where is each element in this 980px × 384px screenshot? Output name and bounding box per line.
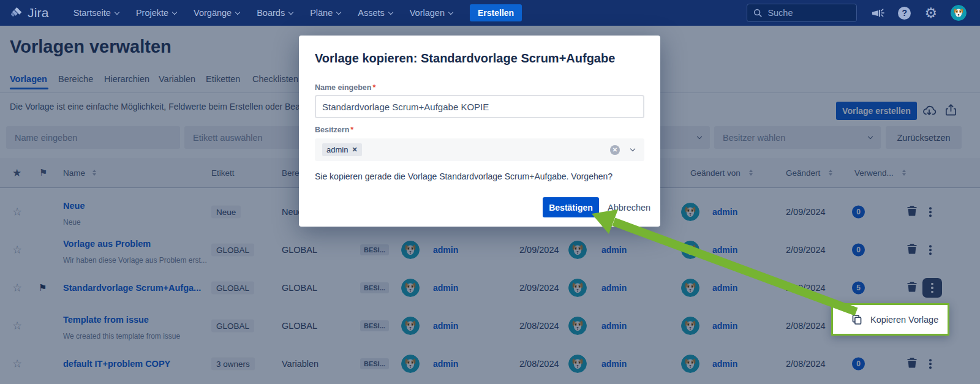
- chevron-down-icon: [448, 9, 453, 14]
- megaphone-icon[interactable]: [870, 6, 884, 20]
- search-input[interactable]: [767, 8, 841, 18]
- top-navbar: Jira Startseite Projekte Vorgänge Boards…: [0, 0, 980, 26]
- modal-question: Sie kopieren gerade die Vorlage Standard…: [315, 171, 612, 181]
- chip-remove-icon[interactable]: ✕: [352, 146, 357, 154]
- copy-icon: [851, 314, 862, 325]
- help-icon[interactable]: ?: [898, 7, 911, 20]
- gear-icon[interactable]: ⚙: [924, 6, 937, 20]
- chevron-down-icon: [235, 9, 240, 14]
- copy-template-modal: Vorlage kopieren: Standardvorlage Scrum+…: [299, 36, 660, 227]
- nav-item-startseite[interactable]: Startseite: [74, 8, 119, 18]
- create-button[interactable]: Erstellen: [470, 4, 522, 21]
- jira-logo-text: Jira: [28, 6, 49, 20]
- cancel-button[interactable]: Abbrechen: [608, 197, 650, 217]
- chevron-down-icon: [172, 9, 177, 14]
- nav-menu: Startseite Projekte Vorgänge Boards Plän…: [74, 8, 453, 18]
- nav-right: ? ⚙: [747, 4, 967, 22]
- search-box[interactable]: [747, 4, 857, 22]
- chevron-down-icon[interactable]: [630, 146, 635, 151]
- chevron-down-icon: [336, 9, 341, 14]
- required-asterisk: *: [350, 126, 353, 134]
- chevron-down-icon: [388, 9, 393, 14]
- nav-item-vorlagen[interactable]: Vorlagen: [410, 8, 453, 18]
- nav-item-boards[interactable]: Boards: [257, 8, 293, 18]
- modal-title: Vorlage kopieren: Standardvorlage Scrum+…: [315, 51, 615, 66]
- jira-app: Jira Startseite Projekte Vorgänge Boards…: [0, 0, 980, 384]
- search-icon: [753, 9, 763, 18]
- jira-logo[interactable]: Jira: [10, 6, 49, 20]
- clear-select-icon[interactable]: ✕: [610, 145, 620, 155]
- required-asterisk: *: [372, 83, 375, 92]
- template-name-input[interactable]: [315, 95, 644, 118]
- nav-item-vorgaenge[interactable]: Vorgänge: [194, 8, 239, 18]
- owner-chip: admin✕: [322, 143, 362, 156]
- nav-item-projekte[interactable]: Projekte: [136, 8, 176, 18]
- nav-item-plaene[interactable]: Pläne: [310, 8, 341, 18]
- user-avatar[interactable]: [951, 5, 967, 21]
- jira-logo-icon: [10, 6, 23, 20]
- copy-template-label: Kopieren Vorlage: [870, 315, 938, 325]
- chevron-down-icon: [115, 9, 119, 14]
- copy-template-menu-item[interactable]: Kopieren Vorlage: [831, 303, 949, 336]
- nav-item-assets[interactable]: Assets: [358, 8, 393, 18]
- confirm-button[interactable]: Bestätigen: [543, 197, 599, 217]
- owners-select[interactable]: admin✕ ✕: [315, 138, 644, 161]
- name-field-label: Name eingeben*: [315, 83, 375, 92]
- chevron-down-icon: [288, 9, 293, 14]
- owners-field-label: Besitzern*: [315, 126, 353, 134]
